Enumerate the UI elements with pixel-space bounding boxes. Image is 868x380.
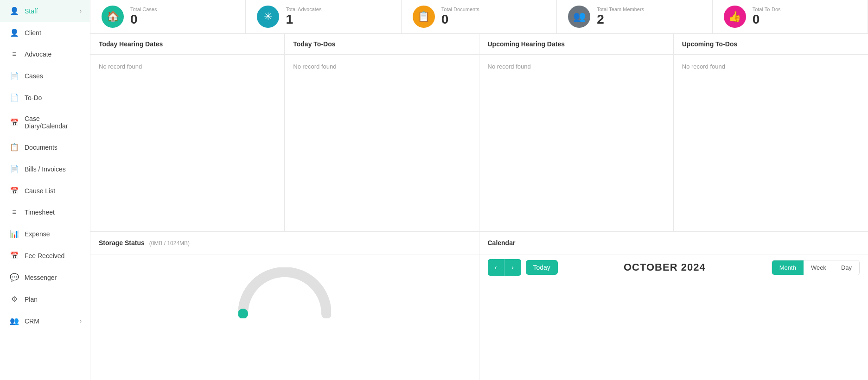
top-grid: Today Hearing Dates No record found Toda… (90, 34, 868, 231)
stat-label-advocates: Total Advocates (286, 6, 321, 12)
stat-info-documents: Total Documents 0 (441, 6, 479, 27)
stat-value-cases: 0 (130, 12, 157, 27)
sidebar-item-expense[interactable]: 📊 Expense (0, 223, 90, 245)
sidebar-label-timesheet: Timesheet (25, 209, 82, 216)
upcoming-hearing-empty: No record found (488, 63, 531, 70)
sidebar-label-cases: Cases (25, 72, 82, 80)
sidebar-label-todo: To-Do (25, 94, 82, 101)
stat-icon-cases: 🏠 (102, 6, 124, 28)
upcoming-todos-title: Upcoming To-Dos (674, 34, 868, 55)
sidebar-item-plan[interactable]: ⚙ Plan (0, 288, 90, 310)
sidebar-item-bills[interactable]: 📄 Bills / Invoices (0, 158, 90, 180)
cause-list-icon: 📅 (10, 186, 19, 195)
gauge-svg (238, 267, 331, 318)
today-hearing-title: Today Hearing Dates (90, 34, 284, 55)
advocate-icon: ≡ (10, 50, 19, 58)
messenger-icon: 💬 (10, 273, 19, 282)
bills-icon: 📄 (10, 165, 19, 173)
today-todos-panel: Today To-Dos No record found (285, 34, 479, 231)
upcoming-todos-body: No record found (674, 55, 868, 231)
stat-info-team: Total Team Members 2 (597, 6, 644, 27)
stat-icon-advocates: ✳ (257, 6, 279, 28)
today-todos-empty: No record found (293, 63, 336, 70)
calendar-next-button[interactable]: › (504, 259, 521, 276)
storage-title: Storage Status (99, 239, 145, 247)
sidebar-item-cause-list[interactable]: 📅 Cause List (0, 180, 90, 202)
sidebar-label-advocate: Advocate (25, 51, 82, 58)
stat-cases: 🏠 Total Cases 0 (90, 0, 246, 33)
fee-received-icon: 📅 (10, 251, 19, 260)
crm-icon: 👥 (10, 317, 19, 325)
main-content: 🏠 Total Cases 0 ✳ Total Advocates 1 📋 To… (90, 0, 868, 380)
storage-panel: Storage Status (0MB / 1024MB) (90, 231, 479, 380)
today-button[interactable]: Today (526, 260, 558, 275)
stat-label-team: Total Team Members (597, 6, 644, 12)
stat-label-documents: Total Documents (441, 6, 479, 12)
stat-advocates: ✳ Total Advocates 1 (246, 0, 401, 33)
view-month-button[interactable]: Month (772, 260, 804, 275)
sidebar-item-advocate[interactable]: ≡ Advocate (0, 44, 90, 65)
calendar-prev-button[interactable]: ‹ (488, 259, 504, 276)
view-week-button[interactable]: Week (804, 260, 834, 275)
storage-gauge (99, 263, 471, 323)
stat-info-cases: Total Cases 0 (130, 6, 157, 27)
storage-header: Storage Status (0MB / 1024MB) (90, 232, 479, 254)
stat-value-team: 2 (597, 12, 644, 27)
case-diary-icon: 📅 (10, 118, 19, 127)
calendar-panel: Calendar ‹ › Today OCTOBER 2024 Month We… (479, 231, 868, 380)
sidebar-item-fee-received[interactable]: 📅 Fee Received (0, 245, 90, 266)
sidebar-label-cause-list: Cause List (25, 187, 82, 195)
sidebar-label-messenger: Messenger (25, 274, 82, 281)
stat-info-todos: Total To-Dos 0 (753, 6, 781, 27)
bottom-grid: Storage Status (0MB / 1024MB) Ca (90, 231, 868, 380)
upcoming-todos-panel: Upcoming To-Dos No record found (674, 34, 868, 231)
stats-bar: 🏠 Total Cases 0 ✳ Total Advocates 1 📋 To… (90, 0, 868, 34)
expense-icon: 📊 (10, 229, 19, 238)
calendar-nav-group: ‹ › (488, 259, 521, 276)
calendar-body: ‹ › Today OCTOBER 2024 Month Week Day (479, 254, 868, 338)
sidebar-label-fee-received: Fee Received (25, 252, 82, 260)
sidebar-label-bills: Bills / Invoices (25, 165, 82, 173)
sidebar: 👤 Staff › 👤 Client ≡ Advocate 📄 Cases 📄 … (0, 0, 90, 380)
view-day-button[interactable]: Day (834, 260, 859, 275)
sidebar-item-crm[interactable]: 👥 CRM › (0, 310, 90, 332)
upcoming-hearing-panel: Upcoming Hearing Dates No record found (479, 34, 674, 231)
sidebar-item-cases[interactable]: 📄 Cases (0, 65, 90, 87)
sidebar-item-timesheet[interactable]: ≡ Timesheet (0, 202, 90, 223)
stat-value-documents: 0 (441, 12, 479, 27)
stat-todos: 👍 Total To-Dos 0 (713, 0, 868, 33)
sidebar-item-documents[interactable]: 📋 Documents (0, 136, 90, 158)
sidebar-label-expense: Expense (25, 230, 82, 238)
sidebar-item-case-diary[interactable]: 📅 Case Diary/Calendar (0, 108, 90, 136)
sidebar-label-client: Client (25, 29, 82, 37)
staff-icon: 👤 (10, 6, 19, 15)
client-icon: 👤 (10, 28, 19, 37)
calendar-header: Calendar (479, 232, 868, 254)
calendar-controls: ‹ › Today OCTOBER 2024 Month Week Day (479, 254, 868, 280)
sidebar-item-client[interactable]: 👤 Client (0, 22, 90, 44)
today-hearing-panel: Today Hearing Dates No record found (90, 34, 285, 231)
sidebar-label-staff: Staff (25, 7, 74, 15)
chevron-icon: › (80, 8, 82, 14)
stat-info-advocates: Total Advocates 1 (286, 6, 321, 27)
stat-icon-todos: 👍 (724, 6, 746, 28)
stat-label-todos: Total To-Dos (753, 6, 781, 12)
upcoming-todos-empty: No record found (682, 63, 725, 70)
stat-documents: 📋 Total Documents 0 (402, 0, 557, 33)
stat-label-cases: Total Cases (130, 6, 157, 12)
today-todos-body: No record found (285, 55, 479, 231)
today-hearing-empty: No record found (99, 63, 142, 70)
sidebar-item-messenger[interactable]: 💬 Messenger (0, 266, 90, 288)
stat-value-todos: 0 (753, 12, 781, 27)
storage-detail: (0MB / 1024MB) (149, 240, 190, 247)
today-hearing-body: No record found (90, 55, 284, 231)
timesheet-icon: ≡ (10, 208, 19, 216)
sidebar-item-todo[interactable]: 📄 To-Do (0, 87, 90, 108)
plan-icon: ⚙ (10, 295, 19, 304)
view-toggle: Month Week Day (772, 260, 860, 275)
documents-icon: 📋 (10, 143, 19, 152)
calendar-month-year: OCTOBER 2024 (562, 261, 767, 273)
sidebar-item-staff[interactable]: 👤 Staff › (0, 0, 90, 22)
upcoming-hearing-body: No record found (479, 55, 673, 231)
cases-icon: 📄 (10, 71, 19, 80)
